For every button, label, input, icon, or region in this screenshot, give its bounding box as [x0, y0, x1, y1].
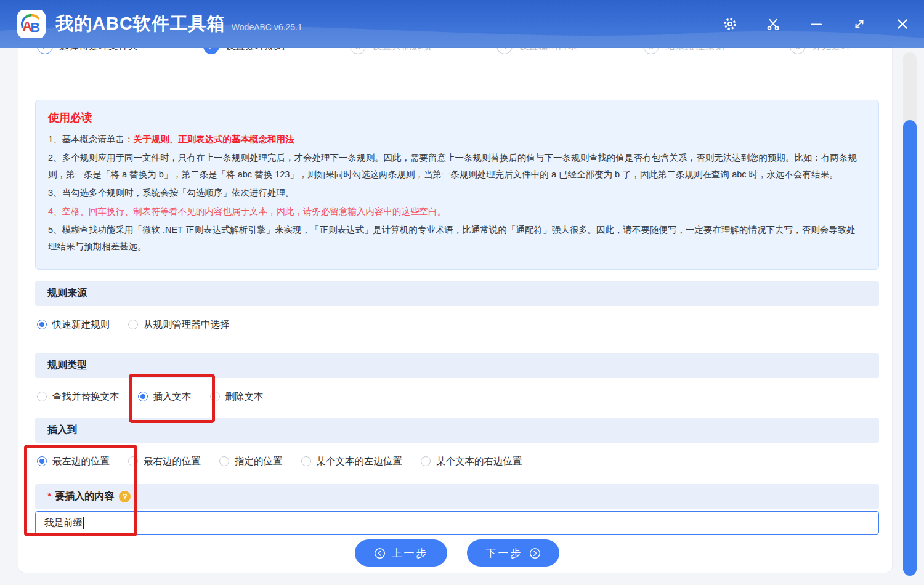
- step-output-dir: 4 设置输出目录: [496, 48, 578, 54]
- step-other-options: 3 设置其他选项: [350, 48, 431, 54]
- radio-specified-position[interactable]: 指定的位置: [219, 455, 283, 468]
- prev-step-button[interactable]: 上一步: [355, 539, 447, 567]
- app-version: WodeABC v6.25.1: [232, 22, 302, 32]
- notice-item-2: 2、多个规则应用于同一文件时，只有在上一条规则处理完后，才会处理下一条规则。因此…: [48, 150, 864, 183]
- logo-arc-green: [26, 15, 31, 18]
- radio-icon: [138, 392, 148, 401]
- concepts-link[interactable]: 关于规则、正则表达式的基本概念和用法: [134, 134, 294, 144]
- minimize-icon[interactable]: [808, 16, 824, 32]
- app-logo: A B: [17, 10, 46, 38]
- main-content-card: ✓ 选择待处理文件夹 2 设置处理规则 3 设置其他选项 4 设置输出目录 5 …: [18, 48, 892, 573]
- usage-notice-box: 使用必读 1、基本概念请单击：关于规则、正则表达式的基本概念和用法 2、多个规则…: [35, 100, 879, 270]
- rule-source-header: 规则来源: [35, 281, 879, 306]
- radio-icon: [37, 456, 47, 466]
- step-start-process: 6 开始处理: [790, 48, 851, 54]
- radio-leftmost-position[interactable]: 最左边的位置: [37, 455, 110, 468]
- insert-content-label: 要插入的内容: [55, 490, 114, 503]
- next-step-button[interactable]: 下一步: [467, 539, 559, 567]
- step-path-preview: 5 结果路径预览: [643, 48, 724, 54]
- logo-letter-b: B: [31, 20, 41, 35]
- step-select-files: ✓ 选择待处理文件夹: [37, 48, 138, 54]
- radio-icon: [37, 320, 47, 329]
- scrollbar-thumb[interactable]: [903, 120, 917, 576]
- step-check-icon: ✓: [37, 48, 53, 54]
- radio-quick-new-rule[interactable]: 快速新建规则: [37, 318, 110, 331]
- insert-position-options: 最左边的位置 最右边的位置 指定的位置 某个文本的左边位置 某个文本的右边位置: [35, 449, 879, 474]
- notice-title: 使用必读: [48, 110, 864, 125]
- radio-left-of-text-position[interactable]: 某个文本的左边位置: [301, 455, 403, 468]
- insert-content-input[interactable]: 我是前缀: [35, 511, 879, 535]
- close-icon[interactable]: [894, 16, 910, 32]
- rule-type-header: 规则类型: [35, 353, 879, 378]
- rule-source-options: 快速新建规则 从规则管理器中选择: [35, 312, 879, 337]
- radio-insert-text[interactable]: 插入文本: [138, 390, 192, 403]
- required-asterisk: *: [47, 491, 51, 502]
- maximize-resize-icon[interactable]: [851, 16, 867, 32]
- scissors-icon[interactable]: [765, 16, 781, 32]
- next-circle-arrow-icon: [529, 547, 541, 559]
- radio-rightmost-position[interactable]: 最右边的位置: [128, 455, 201, 468]
- radio-icon: [219, 456, 229, 466]
- radio-icon: [301, 456, 311, 466]
- insert-position-header: 插入到: [35, 418, 879, 443]
- app-title: 我的ABC软件工具箱: [55, 12, 225, 36]
- step-set-rules: 2 设置处理规则: [203, 48, 285, 54]
- scrollbar-track[interactable]: [903, 52, 917, 576]
- radio-icon: [128, 456, 138, 466]
- prev-circle-arrow-icon: [374, 547, 386, 559]
- wizard-footer: 上一步 下一步: [35, 539, 879, 567]
- rule-type-options: 查找并替换文本 插入文本 删除文本: [35, 384, 879, 409]
- radio-icon: [421, 456, 431, 466]
- insert-content-value: 我是前缀: [44, 517, 83, 530]
- radio-delete-text[interactable]: 删除文本: [210, 390, 264, 403]
- notice-item-5: 5、模糊查找功能采用「微软 .NET 正则表达式解析引擎」来实现，「正则表达式」…: [48, 222, 864, 255]
- radio-from-rule-manager[interactable]: 从规则管理器中选择: [128, 318, 230, 331]
- notice-item-4: 4、空格、回车换行、制表符等看不见的内容也属于文本，因此，请务必留意输入内容中的…: [48, 203, 864, 220]
- notice-item-3: 3、当勾选多个规则时，系统会按「勾选顺序」依次进行处理。: [48, 185, 864, 201]
- notice-item-1: 1、基本概念请单击：关于规则、正则表达式的基本概念和用法: [48, 131, 864, 148]
- text-cursor: [83, 517, 84, 529]
- titlebar: A B 我的ABC软件工具箱 WodeABC v6.25.1: [0, 0, 924, 48]
- logo-arc-orange: [33, 15, 38, 18]
- radio-icon: [210, 392, 220, 401]
- wizard-stepper: ✓ 选择待处理文件夹 2 设置处理规则 3 设置其他选项 4 设置输出目录 5 …: [35, 48, 879, 62]
- radio-icon: [37, 392, 47, 401]
- insert-content-header: * 要插入的内容 ?: [35, 484, 879, 509]
- help-question-icon[interactable]: ?: [119, 491, 131, 502]
- radio-right-of-text-position[interactable]: 某个文本的右边位置: [421, 455, 522, 468]
- radio-find-replace-text[interactable]: 查找并替换文本: [37, 390, 120, 403]
- settings-gear-icon[interactable]: [722, 16, 738, 32]
- radio-icon: [128, 320, 138, 329]
